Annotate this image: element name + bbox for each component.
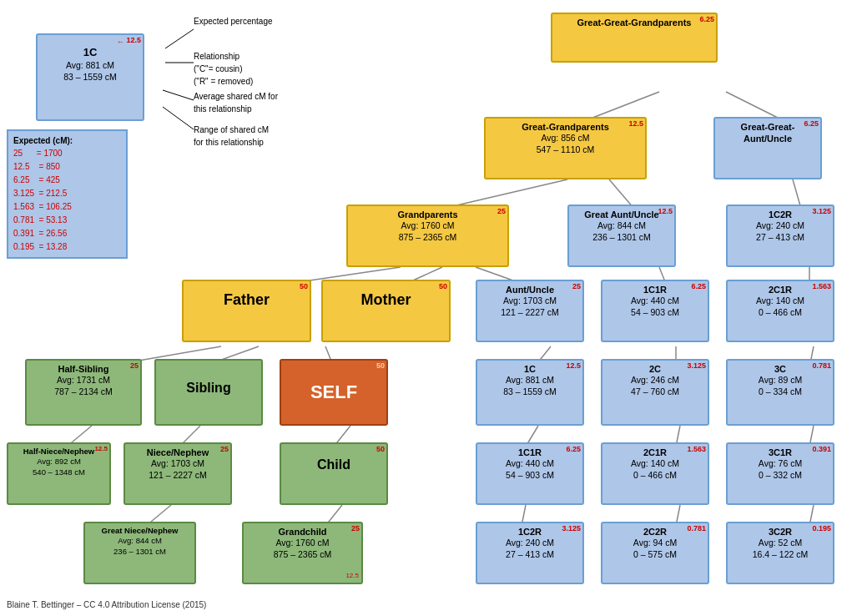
1c1r-bot-avg: Avg: 440 cM <box>481 458 578 470</box>
box-2c1r-top: 1.563 2C1R Avg: 140 cM 0 – 466 cM <box>726 280 834 342</box>
box-half-sibling: 25 Half-Sibling Avg: 1731 cM 787 – 2134 … <box>25 359 142 426</box>
svg-line-28 <box>165 29 194 48</box>
1c1r-bot-range: 54 – 903 cM <box>481 470 578 482</box>
gAuntUncle-title: Great Aunt/Uncle <box>573 209 670 220</box>
mother-title: Mother <box>327 290 445 310</box>
box-great-grandparents: 12.5 Great-Grandparents Avg: 856 cM 547 … <box>484 117 647 179</box>
svg-line-30 <box>163 90 194 100</box>
child-title: Child <box>285 457 382 474</box>
box-1c1r-top: 6.25 1C1R Avg: 440 cM 54 – 903 cM <box>601 280 709 342</box>
box-aunt-uncle: 25 Aunt/Uncle Avg: 1703 cM 121 – 2227 cM <box>476 280 584 342</box>
auntUncle-range: 121 – 2227 cM <box>481 307 578 319</box>
box-half-niece-nephew: 12.5 Half-Niece/Nephew Avg: 892 cM 540 –… <box>7 442 111 505</box>
pct-3c: 0.781 <box>812 361 831 371</box>
pct-self: 50 <box>376 361 385 371</box>
auntUncle-avg: Avg: 1703 cM <box>481 295 578 307</box>
legend-values: 25 = 1700 12.5 = 850 6.25 = 425 3.125 = … <box>13 147 121 254</box>
3c-avg: Avg: 89 cM <box>732 375 829 386</box>
1c2r-bot-avg: Avg: 240 cM <box>481 538 578 549</box>
1c1r-top-title: 1C1R <box>607 284 703 295</box>
pct-auntUncle: 25 <box>572 282 581 292</box>
pct-grandchild: 25 <box>351 524 360 534</box>
gAuntUncle-avg: Avg: 844 cM <box>573 220 670 232</box>
box-grandchild: 25 Grandchild Avg: 1760 cM 875 – 2365 cM… <box>242 522 363 584</box>
svg-line-31 <box>163 107 194 129</box>
grandchild-range: 875 – 2365 cM <box>248 549 357 561</box>
legend-title: Expected (cM): <box>13 134 121 147</box>
pct-2c1r-top: 1.563 <box>812 282 831 292</box>
box-niece-nephew: 25 Niece/Nephew Avg: 1703 cM 121 – 2227 … <box>124 442 232 505</box>
1c1r-top-avg: Avg: 440 cM <box>607 295 703 307</box>
box-self: 50 SELF <box>280 359 388 426</box>
2c1r-bot-range: 0 – 466 cM <box>607 470 703 482</box>
grandparents-avg: Avg: 1760 cM <box>352 220 503 232</box>
greatNieceNephew-range: 236 – 1301 cM <box>89 547 190 557</box>
halfNieceNephew-range: 540 – 1348 cM <box>13 467 105 477</box>
1c-range: 83 – 1559 cM <box>481 386 578 398</box>
box-1c: 12.5 1C Avg: 881 cM 83 – 1559 cM <box>476 359 584 426</box>
2c1r-top-avg: Avg: 140 cM <box>732 295 829 307</box>
pct-3c1r: 0.391 <box>812 445 831 455</box>
auntUncle-title: Aunt/Uncle <box>481 284 578 295</box>
pct-father: 50 <box>300 282 308 292</box>
greatNieceNephew-title: Great Niece/Nephew <box>89 526 190 536</box>
nieceNephew-avg: Avg: 1703 cM <box>129 458 226 470</box>
pct-grandchild-bot: 12.5 <box>345 572 359 580</box>
pct-1c1r-bot: 6.25 <box>566 445 581 455</box>
nieceNephew-range: 121 – 2227 cM <box>129 470 226 482</box>
pct-1c2r-bot: 3.125 <box>562 524 581 534</box>
box-grandparents: 25 Grandparents Avg: 1760 cM 875 – 2365 … <box>346 204 509 267</box>
pct-1c: 12.5 <box>566 361 581 371</box>
gAuntUncle-range: 236 – 1301 cM <box>573 232 670 244</box>
2c1r-top-range: 0 – 466 cM <box>732 307 829 319</box>
box-father: 50 Father <box>182 280 311 342</box>
2c2r-avg: Avg: 94 cM <box>607 538 703 549</box>
box-child: 50 Child <box>280 442 388 505</box>
sibling-title: Sibling <box>160 380 257 397</box>
grandchild-avg: Avg: 1760 cM <box>248 538 357 549</box>
box-2c: 3.125 2C Avg: 246 cM 47 – 760 cM <box>601 359 709 426</box>
box-great-great-grandparents: 6.25 Great-Great-Grandparents <box>551 13 718 63</box>
2c2r-range: 0 – 575 cM <box>607 549 703 561</box>
halfNieceNephew-avg: Avg: 892 cM <box>13 457 105 467</box>
pct-2c: 3.125 <box>687 361 706 371</box>
box-1c2r-bot: 3.125 1C2R Avg: 240 cM 27 – 413 cM <box>476 522 584 584</box>
gGrandparents-range: 547 – 1110 cM <box>490 144 641 156</box>
halfSibling-avg: Avg: 1731 cM <box>31 375 136 386</box>
3c-range: 0 – 334 cM <box>732 386 829 398</box>
box-1c-legend: 12.5 1C Avg: 881 cM 83 – 1559 cM ← <box>36 33 144 121</box>
footer: Blaine T. Bettinger – CC 4.0 Attribution… <box>7 600 206 609</box>
pct-ggGrandparents: 6.25 <box>699 15 714 25</box>
father-title: Father <box>188 290 305 310</box>
greatNieceNephew-avg: Avg: 844 cM <box>89 536 190 546</box>
1c1r-bot-title: 1C1R <box>481 447 578 458</box>
annotation-relationship: Relationship("C"= cousin)("R" = removed) <box>194 50 253 88</box>
pct-1c-legend: 12.5 <box>126 36 141 46</box>
gGrandparents-avg: Avg: 856 cM <box>490 133 641 144</box>
self-title: SELF <box>310 381 357 405</box>
grandparents-range: 875 – 2365 cM <box>352 232 503 244</box>
3c1r-range: 0 – 332 cM <box>732 470 829 482</box>
pct-halfNieceNephew: 12.5 <box>94 445 108 453</box>
box-great-aunt-uncle: 12.5 Great Aunt/Uncle Avg: 844 cM 236 – … <box>567 204 676 267</box>
ggAuntUncle-title: Great-Great-Aunt/Uncle <box>719 121 816 145</box>
box-2c1r-bot: 1.563 2C1R Avg: 140 cM 0 – 466 cM <box>601 442 709 505</box>
box-great-niece-nephew: Great Niece/Nephew Avg: 844 cM 236 – 130… <box>83 522 196 584</box>
ggGrandparents-title: Great-Great-Grandparents <box>557 17 712 28</box>
pct-gGrandparents: 12.5 <box>628 119 643 129</box>
grandparents-title: Grandparents <box>352 209 503 220</box>
diagram: Expected (cM): 25 = 1700 12.5 = 850 6.25… <box>0 0 862 616</box>
box-2c2r: 0.781 2C2R Avg: 94 cM 0 – 575 cM <box>601 522 709 584</box>
pct-mother: 50 <box>439 282 447 292</box>
pct-1c2r-top: 3.125 <box>812 207 831 217</box>
pct-grandparents: 25 <box>497 207 506 217</box>
pct-2c2r: 0.781 <box>687 524 706 534</box>
pct-ggAuntUncle: 6.25 <box>804 119 819 129</box>
box-1c2r-top: 3.125 1C2R Avg: 240 cM 27 – 413 cM <box>726 204 834 267</box>
halfNieceNephew-title: Half-Niece/Nephew <box>13 447 105 457</box>
box-3c: 0.781 3C Avg: 89 cM 0 – 334 cM <box>726 359 834 426</box>
3c1r-avg: Avg: 76 cM <box>732 458 829 470</box>
pct-1c1r-top: 6.25 <box>691 282 706 292</box>
3c2r-avg: Avg: 52 cM <box>732 538 829 549</box>
1c2r-top-avg: Avg: 240 cM <box>732 220 829 232</box>
